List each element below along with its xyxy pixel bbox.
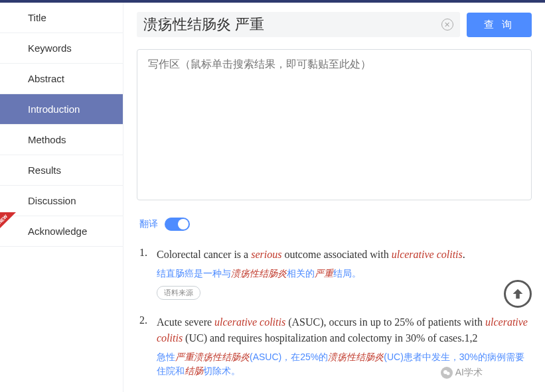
- sidebar-item-discussion[interactable]: Discussion: [0, 186, 123, 216]
- sidebar: Title Keywords Abstract Introduction Met…: [0, 3, 123, 392]
- wechat-icon: [441, 367, 453, 379]
- watermark: AI学术: [441, 367, 483, 379]
- result-english: Colorectal cancer is a serious outcome a…: [157, 247, 532, 263]
- sidebar-item-methods[interactable]: Methods: [0, 125, 123, 155]
- sidebar-item-introduction[interactable]: Introduction: [0, 94, 123, 125]
- search-box: ✕: [137, 12, 460, 37]
- result-item[interactable]: 1. Colorectal cancer is a serious outcom…: [139, 247, 532, 300]
- search-input[interactable]: [143, 16, 441, 33]
- sidebar-label: Results: [28, 164, 61, 176]
- watermark-text: AI学术: [455, 367, 483, 377]
- scroll-to-top-button[interactable]: [504, 280, 532, 308]
- arrow-up-icon: [510, 287, 525, 301]
- results-list: 1. Colorectal cancer is a serious outcom…: [137, 247, 532, 378]
- result-number: 2.: [139, 314, 149, 378]
- sidebar-item-acknowledge[interactable]: NEW Acknowledge: [0, 216, 123, 247]
- sidebar-label: Acknowledge: [28, 226, 87, 237]
- result-english: Acute severe ulcerative colitis (ASUC), …: [157, 314, 532, 346]
- main-panel: ✕ 查 询 翻译 1. Colorectal cancer is a serio…: [123, 3, 545, 392]
- sidebar-label: Methods: [28, 134, 66, 145]
- sidebar-label: Keywords: [28, 42, 72, 54]
- translate-row: 翻译: [139, 218, 532, 231]
- sidebar-item-abstract[interactable]: Abstract: [0, 64, 123, 94]
- sidebar-label: Title: [28, 12, 46, 23]
- sidebar-item-keywords[interactable]: Keywords: [0, 33, 123, 64]
- sidebar-item-title[interactable]: Title: [0, 3, 123, 33]
- result-number: 1.: [139, 247, 149, 300]
- sidebar-label: Introduction: [28, 103, 80, 115]
- svg-point-1: [446, 372, 449, 375]
- search-row: ✕ 查 询: [137, 12, 532, 37]
- result-chinese: 结直肠癌是一种与溃疡性结肠炎相关的严重结局。: [157, 267, 532, 281]
- write-area[interactable]: [137, 49, 532, 200]
- sidebar-item-results[interactable]: Results: [0, 155, 123, 186]
- translate-label: 翻译: [139, 218, 158, 230]
- sidebar-label: Abstract: [28, 73, 64, 84]
- translate-toggle[interactable]: [165, 218, 190, 231]
- query-button[interactable]: 查 询: [467, 13, 532, 37]
- sidebar-label: Discussion: [28, 195, 76, 206]
- result-body: Colorectal cancer is a serious outcome a…: [157, 247, 532, 300]
- source-button[interactable]: 语料来源: [157, 286, 200, 300]
- clear-icon[interactable]: ✕: [441, 19, 453, 31]
- main-container: Title Keywords Abstract Introduction Met…: [0, 3, 545, 392]
